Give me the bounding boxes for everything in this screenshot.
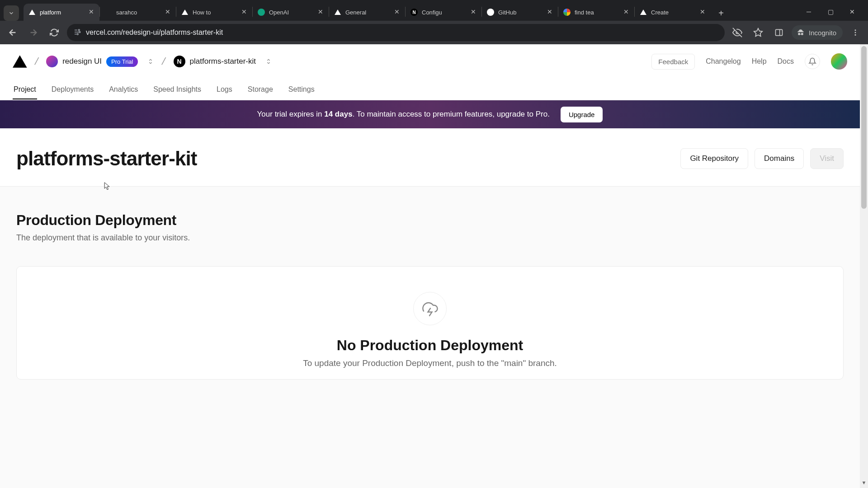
nav-logs[interactable]: Logs [216,80,233,99]
project-title-bar: platforms-starter-kit Git Repository Dom… [0,128,860,187]
production-deployment-section: Production Deployment The deployment tha… [0,187,860,255]
close-icon[interactable]: ✕ [623,9,630,16]
docs-link[interactable]: Docs [778,57,794,66]
tab-title: OpenAI [269,9,313,16]
user-avatar[interactable] [831,53,847,70]
svg-point-6 [855,29,856,31]
browser-tab[interactable]: sarahco ✕ [100,4,176,21]
site-settings-icon[interactable] [73,28,81,38]
tab-title: platform [40,9,84,16]
help-link[interactable]: Help [752,57,767,66]
svg-point-8 [855,34,856,36]
tab-title: Create [651,9,695,16]
close-icon[interactable]: ✕ [317,9,324,16]
breadcrumb-slash: / [34,56,40,67]
new-tab-button[interactable]: + [713,5,729,21]
browser-tab-strip: platform ✕ sarahco ✕ How to ✕ OpenAI ✕ G… [0,0,868,21]
eye-off-icon[interactable] [729,24,745,41]
team-name: redesign UI [62,57,102,66]
close-icon[interactable]: ✕ [470,9,477,16]
project-nav: Project Deployments Analytics Speed Insi… [0,79,860,100]
section-title: Production Deployment [16,212,844,229]
svg-point-2 [77,33,78,35]
close-icon[interactable]: ✕ [164,9,171,16]
team-selector[interactable]: redesign UI Pro Trial [46,56,154,67]
svg-point-1 [79,31,80,33]
banner-text: Your trial expires in 14 days. To mainta… [257,110,550,119]
vertical-scrollbar[interactable]: ▲ ▼ [860,44,868,488]
reload-button[interactable] [46,24,62,41]
tab-title: Configu [422,9,466,16]
cloud-lightning-icon [413,292,447,325]
svg-marker-3 [754,28,762,36]
svg-rect-4 [776,29,783,35]
incognito-badge[interactable]: Incognito [792,25,843,40]
nav-storage[interactable]: Storage [247,80,274,99]
vercel-logo[interactable] [13,55,27,68]
chevron-up-down-icon[interactable] [265,57,272,66]
tab-title: How to [193,9,237,16]
tab-search-button[interactable] [4,5,19,21]
back-button[interactable] [5,24,21,41]
close-icon[interactable]: ✕ [546,9,553,16]
forward-button[interactable] [25,24,42,41]
triangle-icon [181,8,189,16]
browser-tab[interactable]: OpenAI ✕ [253,4,329,21]
incognito-label: Incognito [809,29,836,37]
git-repository-button[interactable]: Git Repository [680,148,748,169]
close-icon[interactable]: ✕ [241,9,248,16]
tab-title: find tea [575,9,619,16]
deployment-card: No Production Deployment To update your … [16,266,844,380]
breadcrumb-slash: / [161,56,167,67]
close-icon[interactable]: ✕ [699,9,706,16]
tab-title: GitHub [498,9,542,16]
nav-project[interactable]: Project [13,80,37,99]
empty-state-subtitle: To update your Production Deployment, pu… [303,358,557,368]
address-bar: vercel.com/redesign-ui/platforms-starter… [0,21,868,44]
notifications-button[interactable] [805,54,820,69]
chevron-up-down-icon[interactable] [147,57,154,66]
scrollbar-thumb[interactable] [861,46,867,209]
domains-button[interactable]: Domains [755,148,804,169]
project-name: platforms-starter-kit [190,57,256,66]
google-icon [563,8,571,16]
close-icon[interactable]: ✕ [88,9,95,16]
browser-tab[interactable]: Create ✕ [635,4,711,21]
scroll-down-icon[interactable]: ▼ [860,480,868,488]
visit-button[interactable]: Visit [810,148,844,169]
maximize-button[interactable]: ▢ [825,8,836,15]
triangle-icon [639,8,647,16]
upgrade-button[interactable]: Upgrade [561,107,603,122]
page-content: / redesign UI Pro Trial / N platforms-st… [0,44,860,488]
nav-settings[interactable]: Settings [288,80,316,99]
close-icon[interactable]: ✕ [393,9,401,16]
tab-title: sarahco [116,9,160,16]
window-controls: ─ ▢ ✕ [803,8,864,15]
url-input[interactable]: vercel.com/redesign-ui/platforms-starter… [67,24,725,41]
browser-tab[interactable]: How to ✕ [176,4,252,21]
minimize-button[interactable]: ─ [803,8,815,15]
browser-tab[interactable]: find tea ✕ [558,4,634,21]
url-text: vercel.com/redesign-ui/platforms-starter… [86,28,718,37]
nav-analytics[interactable]: Analytics [108,80,139,99]
nav-speed-insights[interactable]: Speed Insights [152,80,202,99]
section-subtitle: The deployment that is available to your… [16,233,844,243]
feedback-button[interactable]: Feedback [651,54,695,70]
browser-tab[interactable]: N Configu ✕ [406,4,481,21]
browser-tab[interactable]: GitHub ✕ [482,4,558,21]
sidepanel-icon[interactable] [771,24,787,41]
star-icon[interactable] [750,24,766,41]
project-selector[interactable]: N platforms-starter-kit [174,56,272,67]
changelog-link[interactable]: Changelog [706,57,741,66]
browser-tab[interactable]: platform ✕ [24,4,99,21]
kebab-menu-icon[interactable] [847,24,863,41]
empty-state-title: No Production Deployment [337,337,523,354]
trial-banner: Your trial expires in 14 days. To mainta… [0,100,860,128]
close-window-button[interactable]: ✕ [846,8,858,15]
nextjs-icon: N [410,8,418,16]
nav-deployments[interactable]: Deployments [51,80,94,99]
browser-tab[interactable]: General ✕ [329,4,405,21]
pro-trial-badge: Pro Trial [106,56,138,67]
tab-title: General [345,9,390,16]
project-avatar: N [174,56,185,67]
